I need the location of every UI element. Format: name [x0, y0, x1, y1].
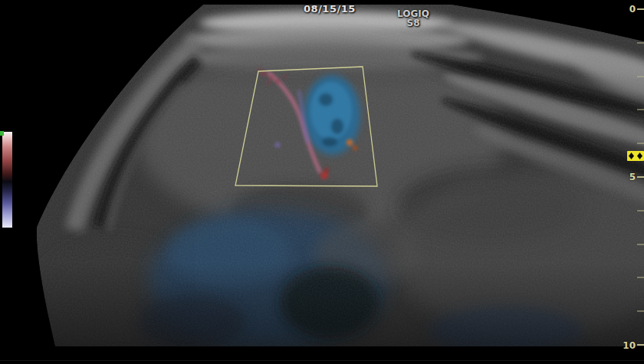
- depth-ruler: 0 5 10: [616, 0, 644, 364]
- bottom-divider: [0, 360, 644, 361]
- machine-model: S8: [391, 18, 435, 28]
- depth-tick: [637, 176, 644, 178]
- depth-tick: [637, 210, 644, 212]
- depth-tick: [637, 143, 644, 144]
- ultrasound-image: [0, 0, 644, 364]
- baseline-marker-icon: [0, 131, 4, 136]
- machine-logo: LOGIQ S8: [391, 9, 435, 28]
- depth-label: 10: [619, 340, 636, 351]
- depth-label: 0: [619, 4, 636, 15]
- depth-tick: [637, 42, 644, 44]
- depth-tick: [637, 8, 644, 10]
- depth-label: 5: [619, 172, 636, 182]
- depth-tick: [637, 76, 644, 77]
- depth-tick: [637, 277, 644, 278]
- depth-tick: [637, 344, 644, 346]
- depth-tick: [637, 109, 644, 110]
- ultrasound-display: 08/15/15 LOGIQ S8 0 5 10: [0, 0, 644, 364]
- exam-date: 08/15/15: [304, 3, 356, 15]
- depth-tick: [637, 244, 644, 245]
- depth-tick: [637, 310, 644, 312]
